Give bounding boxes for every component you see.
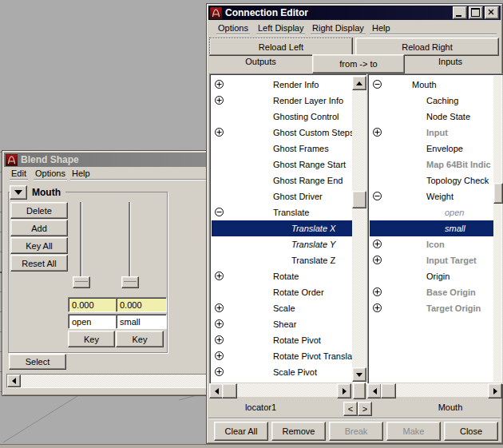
list-item-ghost-custom-steps[interactable]: Ghost Custom Steps (212, 125, 352, 141)
plus-expand-icon[interactable] (372, 287, 382, 297)
list-item-base-origin[interactable]: Base Origin (370, 284, 493, 300)
outputs-vscrollbar[interactable] (352, 76, 365, 382)
blend-slider-thumb[interactable] (73, 276, 90, 288)
list-item-caching[interactable]: Caching (370, 93, 493, 109)
list-item-translate[interactable]: Translate (212, 204, 352, 220)
next-node-button[interactable]: > (358, 402, 372, 416)
plus-expand-icon[interactable] (372, 255, 382, 265)
blend-slider-track[interactable] (129, 202, 131, 287)
list-item-mouth[interactable]: Mouth (370, 77, 493, 93)
clear-all-button[interactable]: Clear All (214, 422, 268, 441)
plus-expand-icon[interactable] (214, 335, 224, 345)
plus-expand-icon[interactable] (214, 303, 224, 313)
prev-node-button[interactable]: < (343, 402, 358, 416)
target-name-field[interactable]: small (116, 314, 167, 329)
reset-all-button[interactable]: Reset All (10, 255, 68, 272)
list-item-origin[interactable]: Origin (370, 268, 493, 284)
direction-button[interactable]: from -> to (312, 54, 405, 73)
key-button[interactable]: Key (68, 331, 115, 347)
list-item-input-target[interactable]: Input Target (370, 252, 493, 268)
list-item-icon[interactable]: Icon (370, 236, 493, 252)
plus-expand-icon[interactable] (214, 319, 224, 329)
menu-options[interactable]: Options (34, 168, 67, 181)
delete-button[interactable]: Delete (10, 202, 68, 219)
scroll-right-button[interactable] (337, 383, 351, 398)
list-item-rotate[interactable]: Rotate (212, 268, 352, 284)
plus-expand-icon[interactable] (372, 239, 382, 249)
close-button[interactable] (485, 6, 499, 19)
list-item-node-state[interactable]: Node State (370, 109, 493, 125)
menu-right-display[interactable]: Right Display (311, 22, 366, 36)
maximize-button[interactable] (469, 6, 483, 19)
weight-value-field[interactable]: 0.000 (116, 297, 167, 312)
list-item-small[interactable]: small (370, 220, 493, 236)
list-item-ghost-range-end[interactable]: Ghost Range End (212, 172, 352, 188)
list-item-map-64bit-indic[interactable]: Map 64Bit Indic (370, 157, 493, 172)
break-button[interactable]: Break (329, 422, 383, 441)
list-item-ghost-frames[interactable]: Ghost Frames (212, 141, 352, 157)
list-item-rotate-pivot-transla[interactable]: Rotate Pivot Transla (212, 348, 352, 364)
minus-expand-icon[interactable] (372, 191, 382, 201)
add-button[interactable]: Add (10, 220, 68, 236)
scrollbar-thumb[interactable] (352, 191, 366, 208)
scroll-up-button[interactable] (352, 76, 366, 90)
plus-expand-icon[interactable] (214, 127, 224, 137)
scrollbar-thumb[interactable] (381, 383, 396, 398)
minus-expand-icon[interactable] (214, 207, 224, 217)
list-item-scale-pivot[interactable]: Scale Pivot (212, 364, 352, 380)
plus-expand-icon[interactable] (214, 367, 224, 377)
key-all-button[interactable]: Key All (10, 237, 68, 254)
list-item-render-info[interactable]: Render Info (212, 77, 352, 93)
scroll-left-button[interactable] (367, 383, 382, 398)
blend-shape-titlebar[interactable]: Blend Shape (4, 153, 237, 167)
plus-expand-icon[interactable] (372, 303, 382, 313)
scroll-right-button[interactable] (488, 383, 502, 398)
list-item-open[interactable]: open (370, 204, 493, 220)
select-button[interactable]: Select (9, 354, 66, 370)
list-item-render-layer-info[interactable]: Render Layer Info (212, 93, 352, 109)
blend-slider-thumb[interactable] (121, 276, 139, 288)
list-item-ghosting-control[interactable]: Ghosting Control (212, 109, 352, 125)
key-button[interactable]: Key (116, 331, 164, 347)
target-name-field[interactable]: open (68, 314, 118, 329)
plus-expand-icon[interactable] (372, 127, 382, 137)
reload-left-button[interactable]: Reload Left (209, 38, 353, 56)
list-item-translate-x[interactable]: Translate X (212, 220, 352, 236)
scrollbar-thumb[interactable] (493, 183, 503, 204)
connection-editor-titlebar[interactable]: Connection Editor (208, 6, 501, 20)
collapse-button[interactable] (10, 185, 27, 200)
plus-expand-icon[interactable] (214, 351, 224, 361)
list-item-rotate-pivot[interactable]: Rotate Pivot (212, 332, 352, 348)
make-button[interactable]: Make (386, 422, 441, 441)
list-item-input[interactable]: Input (370, 125, 493, 141)
list-item-translate-y[interactable]: Translate Y (212, 236, 352, 252)
plus-expand-icon[interactable] (214, 271, 224, 281)
scroll-left-button[interactable] (7, 375, 21, 387)
list-item-weight[interactable]: Weight (370, 188, 493, 204)
minus-expand-icon[interactable] (372, 79, 382, 89)
blend-slider-track[interactable] (80, 202, 82, 287)
list-item-translate-z[interactable]: Translate Z (212, 252, 352, 268)
plus-expand-icon[interactable] (214, 95, 224, 105)
inputs-vscrollbar[interactable] (493, 76, 501, 382)
plus-expand-icon[interactable] (214, 79, 224, 89)
scroll-down-button[interactable] (352, 367, 366, 382)
reload-right-button[interactable]: Reload Right (355, 38, 499, 56)
menu-options[interactable]: Options (216, 22, 250, 36)
inputs-hscrollbar[interactable] (367, 383, 502, 397)
outputs-hscrollbar[interactable] (209, 383, 351, 397)
menu-edit[interactable]: Edit (10, 168, 28, 181)
list-item-target-origin[interactable]: Target Origin (370, 300, 493, 316)
blend-shape-hscrollbar[interactable] (6, 374, 239, 388)
list-item-ghost-driver[interactable]: Ghost Driver (212, 188, 352, 204)
list-item-shear[interactable]: Shear (212, 316, 352, 332)
weight-value-field[interactable]: 0.000 (68, 297, 118, 312)
menu-left-display[interactable]: Left Display (256, 22, 305, 36)
list-item-ghost-range-start[interactable]: Ghost Range Start (212, 157, 352, 172)
list-item-rotate-order[interactable]: Rotate Order (212, 284, 352, 300)
list-item-scale[interactable]: Scale (212, 300, 352, 316)
remove-button[interactable]: Remove (271, 422, 326, 441)
scrollbar-thumb[interactable] (222, 383, 237, 398)
minimize-button[interactable] (453, 6, 467, 19)
list-item-scale-pivot-translate[interactable]: Scale Pivot Translate (212, 380, 352, 382)
